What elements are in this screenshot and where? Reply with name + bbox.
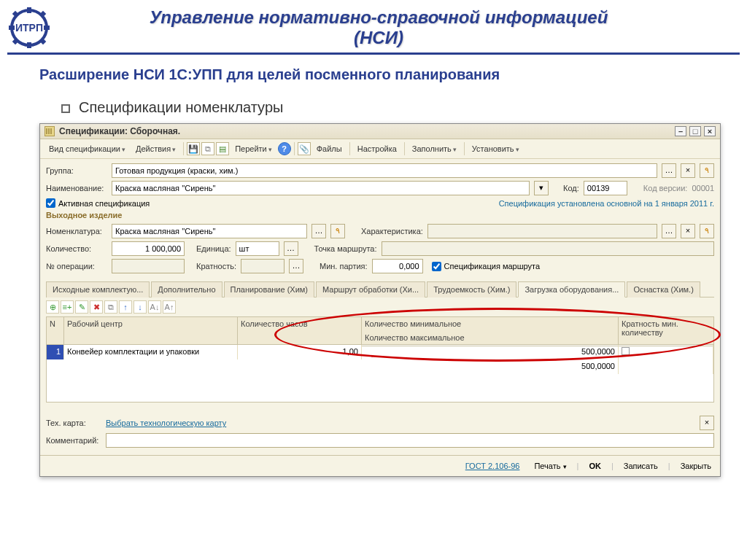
menu-files[interactable]: Файлы bbox=[312, 142, 347, 155]
bullet-icon bbox=[61, 104, 70, 113]
tech-label: Тех. карта: bbox=[46, 419, 100, 427]
menu-actions[interactable]: Действия▾ bbox=[131, 142, 180, 155]
menu-goto[interactable]: Перейти▾ bbox=[231, 142, 276, 155]
subtitle: Расширение НСИ 1С:УПП для целей посменно… bbox=[7, 61, 740, 86]
col-hours: Количество часов bbox=[238, 317, 362, 345]
menu-set[interactable]: Установить▾ bbox=[468, 142, 524, 155]
name-menu-button[interactable]: ▾ bbox=[534, 181, 549, 195]
nomen-lookup-button[interactable]: … bbox=[311, 224, 326, 238]
char-open-button[interactable]: ٩ bbox=[700, 224, 714, 238]
svg-rect-4 bbox=[44, 26, 50, 30]
col-n: N bbox=[47, 317, 64, 345]
cell-min[interactable]: 500,0000 bbox=[362, 345, 619, 359]
group-lookup-button[interactable]: … bbox=[662, 163, 676, 178]
mult-input[interactable] bbox=[241, 259, 285, 273]
save-button[interactable]: Записать bbox=[621, 460, 661, 472]
add-row-icon[interactable]: ⊕ bbox=[46, 300, 59, 314]
minimize-button[interactable]: – bbox=[675, 126, 686, 136]
list-icon[interactable]: ▤ bbox=[216, 142, 229, 155]
tab-tooling[interactable]: Оснастка (Хим.) bbox=[627, 281, 700, 298]
svg-rect-2 bbox=[27, 42, 31, 48]
cell-n[interactable]: 1 bbox=[47, 345, 64, 359]
group-clear-button[interactable]: × bbox=[681, 163, 695, 178]
banner-divider bbox=[7, 52, 740, 55]
mult-label: Кратность: bbox=[196, 262, 236, 271]
menu-fill[interactable]: Заполнить▾ bbox=[408, 142, 461, 155]
group-label: Группа: bbox=[46, 166, 107, 175]
tab-route[interactable]: Маршрут обработки (Хи... bbox=[316, 281, 425, 298]
tech-clear-button[interactable]: × bbox=[700, 416, 714, 430]
comment-label: Комментарий: bbox=[46, 436, 100, 445]
close-window-button[interactable]: Закрыть bbox=[678, 460, 714, 472]
menu-settings[interactable]: Настройка bbox=[353, 142, 401, 155]
routept-input[interactable] bbox=[382, 241, 715, 256]
qty-input[interactable] bbox=[112, 241, 185, 256]
ver-label: Код версии: bbox=[643, 184, 688, 192]
tab-labor[interactable]: Трудоемкость (Хим.) bbox=[427, 281, 516, 298]
grid-equipment: N Рабочий центр Количество часов Количес… bbox=[46, 316, 714, 402]
routespec-label: Спецификация маршрута bbox=[444, 262, 540, 271]
col-max: Количество максимальное bbox=[362, 331, 619, 345]
menu-spec-type[interactable]: Вид спецификации▾ bbox=[44, 142, 130, 155]
code-label: Код: bbox=[563, 184, 579, 192]
help-icon[interactable]: ? bbox=[278, 142, 291, 155]
name-input[interactable] bbox=[112, 181, 530, 195]
nomen-input[interactable] bbox=[112, 224, 307, 238]
close-button[interactable]: × bbox=[704, 126, 716, 136]
copy-row-icon[interactable]: ⧉ bbox=[104, 300, 117, 314]
cell-center[interactable]: Конвейер комплектации и упаковки bbox=[64, 345, 238, 359]
tech-link[interactable]: Выбрать технологическую карту bbox=[106, 419, 226, 427]
opno-label: № операции: bbox=[46, 262, 107, 271]
logo: ИТРП bbox=[7, 6, 51, 50]
tab-additional[interactable]: Дополнительно bbox=[151, 281, 222, 298]
gost-link[interactable]: ГОСТ 2.106-96 bbox=[465, 462, 520, 470]
name-label: Наименование: bbox=[46, 184, 107, 192]
attach-icon[interactable]: 📎 bbox=[298, 142, 311, 155]
tab-planning[interactable]: Планирование (Хим) bbox=[224, 281, 315, 298]
group-open-button[interactable]: ٩ bbox=[700, 163, 714, 178]
sort-asc-icon[interactable]: A↓ bbox=[148, 300, 161, 314]
group-input[interactable] bbox=[112, 163, 657, 178]
char-clear-button[interactable]: × bbox=[681, 224, 695, 238]
print-button[interactable]: Печать ▾ bbox=[531, 460, 569, 472]
edit-row-icon[interactable]: ✎ bbox=[75, 300, 88, 314]
active-checkbox[interactable] bbox=[46, 198, 55, 208]
minbatch-input[interactable] bbox=[372, 259, 423, 273]
svg-rect-3 bbox=[9, 26, 15, 30]
svg-text:ИТРП: ИТРП bbox=[15, 22, 43, 34]
delete-row-icon[interactable]: ✖ bbox=[90, 300, 103, 314]
char-lookup-button[interactable]: … bbox=[662, 224, 676, 238]
opno-input[interactable] bbox=[112, 259, 185, 273]
window-title: Спецификации: Сборочная. bbox=[59, 126, 180, 136]
code-input[interactable] bbox=[584, 181, 627, 195]
save-icon[interactable]: 💾 bbox=[187, 142, 200, 155]
nomen-label: Номенклатура: bbox=[46, 227, 107, 236]
tab-components[interactable]: Исходные комплектую... bbox=[46, 281, 150, 298]
sort-desc-icon[interactable]: A↑ bbox=[163, 300, 176, 314]
nomen-open-button[interactable]: ٩ bbox=[330, 224, 345, 238]
ok-button[interactable]: OK bbox=[586, 460, 604, 472]
char-input[interactable] bbox=[427, 224, 657, 238]
tab-equipment-load[interactable]: Загрузка оборудования... bbox=[518, 281, 625, 298]
cell-mult[interactable] bbox=[619, 345, 713, 359]
comment-input[interactable] bbox=[106, 433, 714, 448]
copy-icon[interactable]: ⧉ bbox=[201, 142, 214, 155]
unit-lookup-button[interactable]: … bbox=[284, 241, 298, 256]
maximize-button[interactable]: □ bbox=[689, 126, 701, 136]
move-up-icon[interactable]: ↑ bbox=[119, 300, 132, 314]
routespec-checkbox[interactable] bbox=[432, 262, 441, 271]
bullet-item: Спецификации номенклатуры bbox=[7, 86, 740, 119]
unit-input[interactable] bbox=[236, 241, 279, 256]
char-label: Характеристика: bbox=[361, 227, 423, 236]
unit-label: Единица: bbox=[196, 244, 231, 253]
move-down-icon[interactable]: ↓ bbox=[133, 300, 147, 314]
minbatch-label: Мин. партия: bbox=[320, 262, 368, 271]
routept-label: Точка маршрута: bbox=[314, 244, 377, 253]
insert-row-icon[interactable]: ≡+ bbox=[61, 300, 74, 314]
window-icon bbox=[44, 126, 55, 136]
default-note-link[interactable]: Спецификация установлена основной на 1 я… bbox=[499, 199, 714, 208]
svg-rect-1 bbox=[27, 7, 31, 13]
mult-lookup-button[interactable]: … bbox=[289, 259, 303, 273]
cell-max[interactable]: 500,0000 bbox=[362, 359, 619, 374]
cell-hours[interactable]: 1,00 bbox=[238, 345, 362, 359]
